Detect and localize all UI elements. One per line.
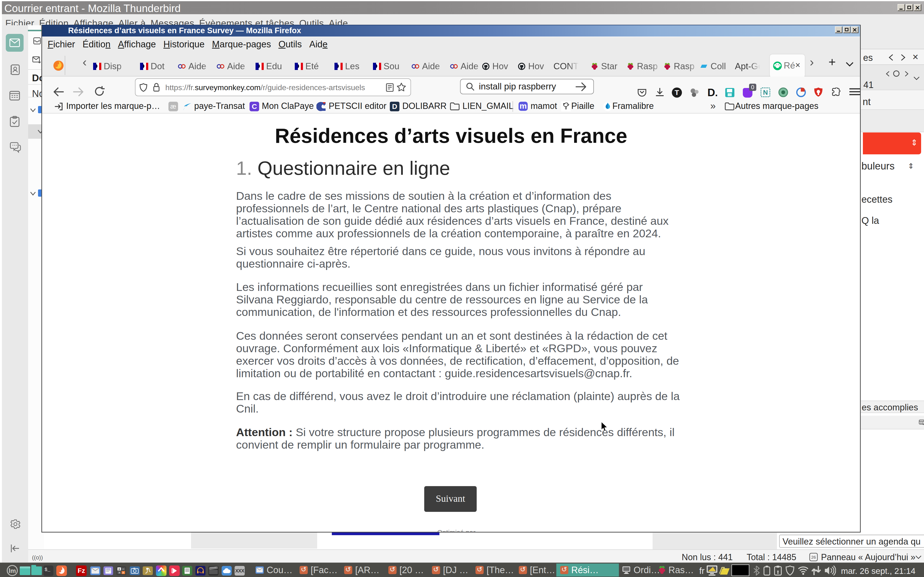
- svg-text:26: 26: [811, 555, 816, 560]
